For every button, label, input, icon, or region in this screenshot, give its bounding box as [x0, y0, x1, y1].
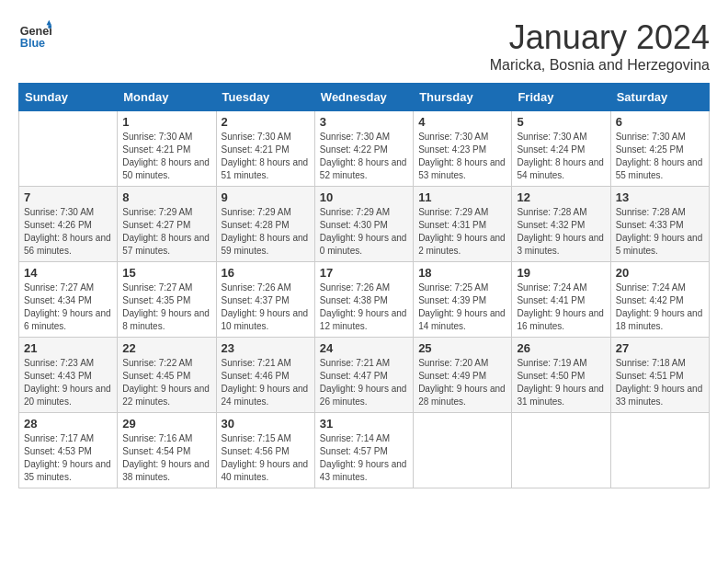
day-number: 1 [122, 115, 210, 129]
day-number: 27 [616, 341, 704, 355]
header-saturday: Saturday [610, 84, 709, 111]
cell-week2-day0: 7Sunrise: 7:30 AMSunset: 4:26 PMDaylight… [19, 187, 118, 262]
cell-week3-day4: 18Sunrise: 7:25 AMSunset: 4:39 PMDayligh… [414, 262, 512, 338]
cell-info: Sunrise: 7:30 AMSunset: 4:23 PMDaylight:… [418, 131, 506, 182]
cell-week1-day2: 2Sunrise: 7:30 AMSunset: 4:21 PMDaylight… [216, 111, 314, 187]
location-subtitle: Maricka, Bosnia and Herzegovina [490, 57, 710, 74]
day-number: 23 [222, 341, 310, 355]
cell-week3-day1: 15Sunrise: 7:27 AMSunset: 4:35 PMDayligh… [118, 262, 216, 338]
cell-week1-day1: 1Sunrise: 7:30 AMSunset: 4:21 PMDaylight… [118, 111, 216, 187]
day-number: 14 [24, 266, 112, 280]
cell-week2-day6: 13Sunrise: 7:28 AMSunset: 4:33 PMDayligh… [610, 187, 709, 262]
day-number: 28 [24, 417, 112, 431]
week-row-2: 7Sunrise: 7:30 AMSunset: 4:26 PMDaylight… [19, 187, 710, 262]
header-tuesday: Tuesday [216, 84, 314, 111]
cell-info: Sunrise: 7:19 AMSunset: 4:50 PMDaylight:… [517, 357, 605, 408]
header-friday: Friday [512, 84, 610, 111]
cell-week1-day4: 4Sunrise: 7:30 AMSunset: 4:23 PMDaylight… [414, 111, 512, 187]
day-number: 22 [122, 341, 210, 355]
logo-icon: General Blue [18, 18, 51, 52]
logo: General Blue [18, 18, 55, 52]
cell-info: Sunrise: 7:18 AMSunset: 4:51 PMDaylight:… [616, 357, 704, 408]
cell-info: Sunrise: 7:16 AMSunset: 4:54 PMDaylight:… [122, 432, 210, 484]
cell-week4-day2: 23Sunrise: 7:21 AMSunset: 4:46 PMDayligh… [216, 338, 314, 413]
cell-week4-day5: 26Sunrise: 7:19 AMSunset: 4:50 PMDayligh… [512, 338, 610, 413]
cell-info: Sunrise: 7:26 AMSunset: 4:37 PMDaylight:… [222, 282, 310, 333]
day-number: 2 [222, 115, 310, 129]
cell-info: Sunrise: 7:23 AMSunset: 4:43 PMDaylight:… [24, 357, 112, 408]
header-monday: Monday [118, 84, 216, 111]
cell-week5-day2: 30Sunrise: 7:15 AMSunset: 4:56 PMDayligh… [216, 413, 314, 488]
cell-week3-day3: 17Sunrise: 7:26 AMSunset: 4:38 PMDayligh… [314, 262, 413, 338]
header: General Blue January 2024 Maricka, Bosni… [18, 18, 710, 74]
cell-week4-day0: 21Sunrise: 7:23 AMSunset: 4:43 PMDayligh… [19, 338, 118, 413]
calendar-table: Sunday Monday Tuesday Wednesday Thursday… [18, 83, 710, 488]
day-number: 5 [517, 115, 605, 129]
day-number: 9 [222, 190, 310, 204]
cell-info: Sunrise: 7:27 AMSunset: 4:34 PMDaylight:… [24, 282, 112, 333]
cell-info: Sunrise: 7:20 AMSunset: 4:49 PMDaylight:… [418, 357, 506, 408]
day-number: 15 [122, 266, 210, 280]
cell-info: Sunrise: 7:30 AMSunset: 4:26 PMDaylight:… [24, 206, 112, 258]
day-number: 16 [222, 266, 310, 280]
cell-week1-day0 [19, 111, 118, 187]
day-number: 30 [222, 417, 310, 431]
cell-info: Sunrise: 7:24 AMSunset: 4:42 PMDaylight:… [616, 282, 704, 333]
cell-info: Sunrise: 7:30 AMSunset: 4:21 PMDaylight:… [222, 131, 310, 182]
day-number: 31 [320, 417, 408, 431]
header-wednesday: Wednesday [314, 84, 413, 111]
cell-week3-day2: 16Sunrise: 7:26 AMSunset: 4:37 PMDayligh… [216, 262, 314, 338]
cell-week5-day1: 29Sunrise: 7:16 AMSunset: 4:54 PMDayligh… [118, 413, 216, 488]
week-row-3: 14Sunrise: 7:27 AMSunset: 4:34 PMDayligh… [19, 262, 710, 338]
cell-week4-day6: 27Sunrise: 7:18 AMSunset: 4:51 PMDayligh… [610, 338, 709, 413]
day-number: 12 [517, 190, 605, 204]
cell-week2-day5: 12Sunrise: 7:28 AMSunset: 4:32 PMDayligh… [512, 187, 610, 262]
cell-week4-day1: 22Sunrise: 7:22 AMSunset: 4:45 PMDayligh… [118, 338, 216, 413]
day-number: 10 [320, 190, 408, 204]
cell-info: Sunrise: 7:29 AMSunset: 4:27 PMDaylight:… [122, 206, 210, 258]
cell-info: Sunrise: 7:30 AMSunset: 4:24 PMDaylight:… [517, 131, 605, 182]
cell-week5-day5 [512, 413, 610, 488]
cell-info: Sunrise: 7:21 AMSunset: 4:46 PMDaylight:… [222, 357, 310, 408]
cell-week1-day5: 5Sunrise: 7:30 AMSunset: 4:24 PMDaylight… [512, 111, 610, 187]
cell-week2-day3: 10Sunrise: 7:29 AMSunset: 4:30 PMDayligh… [314, 187, 413, 262]
title-area: January 2024 Maricka, Bosnia and Herzego… [490, 18, 710, 74]
day-number: 29 [122, 417, 210, 431]
day-number: 18 [418, 266, 506, 280]
cell-info: Sunrise: 7:25 AMSunset: 4:39 PMDaylight:… [418, 282, 506, 333]
cell-info: Sunrise: 7:26 AMSunset: 4:38 PMDaylight:… [320, 282, 408, 333]
week-row-4: 21Sunrise: 7:23 AMSunset: 4:43 PMDayligh… [19, 338, 710, 413]
day-number: 26 [517, 341, 605, 355]
svg-marker-2 [47, 20, 51, 25]
cell-info: Sunrise: 7:28 AMSunset: 4:33 PMDaylight:… [616, 206, 704, 258]
header-sunday: Sunday [19, 84, 118, 111]
cell-info: Sunrise: 7:30 AMSunset: 4:25 PMDaylight:… [616, 131, 704, 182]
day-number: 11 [418, 190, 506, 204]
cell-info: Sunrise: 7:22 AMSunset: 4:45 PMDaylight:… [122, 357, 210, 408]
cell-week5-day4 [414, 413, 512, 488]
day-number: 8 [122, 190, 210, 204]
cell-info: Sunrise: 7:30 AMSunset: 4:21 PMDaylight:… [122, 131, 210, 182]
cell-info: Sunrise: 7:29 AMSunset: 4:28 PMDaylight:… [222, 206, 310, 258]
cell-week5-day0: 28Sunrise: 7:17 AMSunset: 4:53 PMDayligh… [19, 413, 118, 488]
cell-week1-day3: 3Sunrise: 7:30 AMSunset: 4:22 PMDaylight… [314, 111, 413, 187]
cell-week5-day3: 31Sunrise: 7:14 AMSunset: 4:57 PMDayligh… [314, 413, 413, 488]
month-title: January 2024 [490, 18, 710, 57]
cell-info: Sunrise: 7:24 AMSunset: 4:41 PMDaylight:… [517, 282, 605, 333]
day-number: 7 [24, 190, 112, 204]
cell-week1-day6: 6Sunrise: 7:30 AMSunset: 4:25 PMDaylight… [610, 111, 709, 187]
cell-info: Sunrise: 7:29 AMSunset: 4:31 PMDaylight:… [418, 206, 506, 258]
day-number: 4 [418, 115, 506, 129]
cell-week3-day6: 20Sunrise: 7:24 AMSunset: 4:42 PMDayligh… [610, 262, 709, 338]
week-row-5: 28Sunrise: 7:17 AMSunset: 4:53 PMDayligh… [19, 413, 710, 488]
cell-info: Sunrise: 7:14 AMSunset: 4:57 PMDaylight:… [320, 432, 408, 484]
cell-info: Sunrise: 7:15 AMSunset: 4:56 PMDaylight:… [222, 432, 310, 484]
weekday-header-row: Sunday Monday Tuesday Wednesday Thursday… [19, 84, 710, 111]
header-thursday: Thursday [414, 84, 512, 111]
week-row-1: 1Sunrise: 7:30 AMSunset: 4:21 PMDaylight… [19, 111, 710, 187]
cell-info: Sunrise: 7:27 AMSunset: 4:35 PMDaylight:… [122, 282, 210, 333]
cell-week2-day2: 9Sunrise: 7:29 AMSunset: 4:28 PMDaylight… [216, 187, 314, 262]
cell-week4-day3: 24Sunrise: 7:21 AMSunset: 4:47 PMDayligh… [314, 338, 413, 413]
day-number: 21 [24, 341, 112, 355]
day-number: 20 [616, 266, 704, 280]
